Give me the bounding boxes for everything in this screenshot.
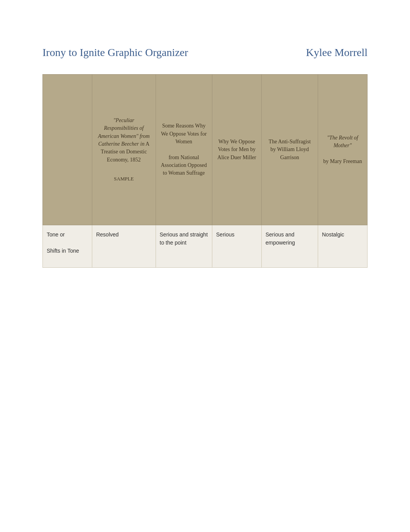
row1-col0: Tone or Shifts in Tone bbox=[43, 225, 92, 268]
row1-col5: Nostalgic bbox=[318, 225, 367, 268]
header: Irony to Ignite Graphic Organizer Kylee … bbox=[42, 46, 368, 59]
author-name: Kylee Morrell bbox=[306, 46, 368, 59]
row1-col1: Resolved bbox=[92, 225, 156, 268]
header-cell-5: "The Revolt of Mother" by Mary Freeman bbox=[318, 75, 367, 225]
row1-col2: Serious and straight to the point bbox=[156, 225, 212, 268]
row1-col4: Serious and empowering bbox=[261, 225, 318, 268]
page: Irony to Ignite Graphic Organizer Kylee … bbox=[0, 0, 410, 532]
organizer-table: "Peculiar Responsibilities of American W… bbox=[42, 74, 368, 268]
header-cell-0 bbox=[43, 75, 92, 225]
table-wrapper: "Peculiar Responsibilities of American W… bbox=[42, 74, 368, 268]
header-cell-2: Some Reasons Why We Oppose Votes for Wom… bbox=[156, 75, 212, 225]
header-cell-1: "Peculiar Responsibilities of American W… bbox=[92, 75, 156, 225]
data-row-1: Tone or Shifts in Tone Resolved Serious … bbox=[43, 225, 368, 268]
header-cell-3: Why We Oppose Votes for Men by Alice Due… bbox=[212, 75, 261, 225]
page-title: Irony to Ignite Graphic Organizer bbox=[42, 46, 188, 59]
row1-col3: Serious bbox=[212, 225, 261, 268]
sample-label: SAMPLE bbox=[96, 175, 152, 183]
header-cell-4: The Anti-Suffragist by William Lloyd Gar… bbox=[261, 75, 318, 225]
header-row: "Peculiar Responsibilities of American W… bbox=[43, 75, 368, 225]
